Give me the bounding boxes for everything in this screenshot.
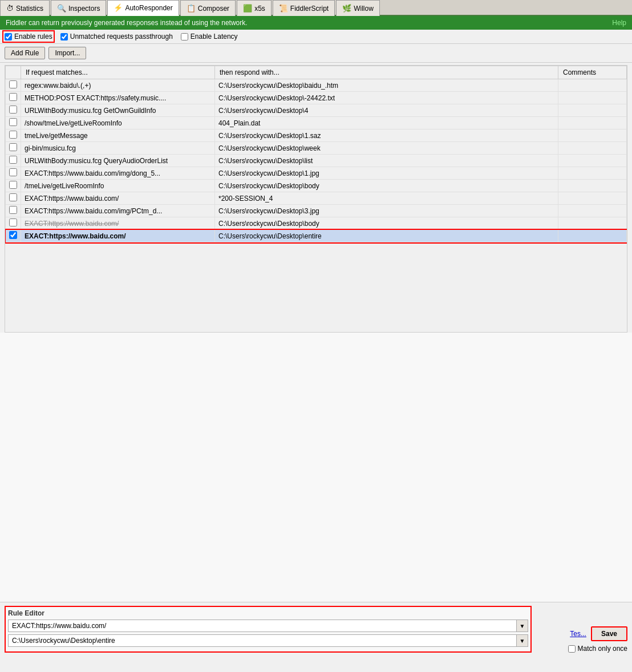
table-row[interactable]: EXACT:https://www.baidu.com/C:\Users\roc… bbox=[6, 217, 627, 230]
test-link[interactable]: Tes... bbox=[570, 630, 586, 638]
table-row[interactable]: /tmeLive/getLiveRoomInfoC:\Users\rockycw… bbox=[6, 180, 627, 192]
row-checkbox[interactable] bbox=[9, 181, 17, 189]
table-row[interactable]: gi-bin/musicu.fcgC:\Users\rockycwu\Deskt… bbox=[6, 142, 627, 155]
autoresponder-icon: ⚡ bbox=[114, 3, 123, 12]
table-row[interactable]: EXACT:https://www.baidu.com/img/PCtm_d..… bbox=[6, 205, 627, 217]
table-row[interactable]: regex:www.baidu\.(,+)C:\Users\rockycwu\D… bbox=[6, 79, 627, 92]
comments-cell bbox=[558, 92, 627, 104]
tab-willow[interactable]: 🌿 Willow bbox=[336, 0, 380, 16]
row-checkbox[interactable] bbox=[9, 156, 17, 164]
editor-and-actions: Rule Editor ▼ ▼ Tes... Save Matc bbox=[0, 602, 632, 656]
row-checkbox[interactable] bbox=[9, 218, 17, 226]
enable-rules-checkbox[interactable] bbox=[5, 33, 12, 41]
match-cell: tmeLive/getMessage bbox=[21, 129, 215, 142]
willow-icon: 🌿 bbox=[342, 4, 351, 13]
col-respond-header: then respond with... bbox=[215, 66, 558, 79]
row-checkbox[interactable] bbox=[9, 131, 17, 139]
respond-cell: C:\Users\rockycwu\Desktop\1.jpg bbox=[215, 167, 558, 180]
tab-fiddlerscript[interactable]: 📜 FiddlerScript bbox=[273, 0, 335, 16]
comments-cell bbox=[558, 129, 627, 142]
table-row[interactable]: /show/tmeLive/getLiveRoomInfo404_Plain.d… bbox=[6, 117, 627, 129]
tab-statistics[interactable]: ⏱ Statistics bbox=[0, 0, 50, 16]
respond-cell: C:\Users\rockycwu\Desktop\baidu_.htm bbox=[215, 79, 558, 92]
row-checkbox[interactable] bbox=[9, 93, 17, 101]
respond-dropdown-arrow[interactable]: ▼ bbox=[517, 634, 528, 647]
match-once-text: Match only once bbox=[578, 645, 627, 653]
match-row: ▼ bbox=[8, 620, 528, 632]
match-cell: EXACT:https://www.baidu.com/ bbox=[21, 192, 215, 205]
enable-latency-text: Enable Latency bbox=[191, 33, 238, 41]
spacer-area bbox=[0, 333, 632, 602]
enable-rules-text: Enable rules bbox=[14, 33, 52, 41]
enable-latency-label[interactable]: Enable Latency bbox=[181, 33, 238, 41]
comments-cell bbox=[558, 79, 627, 92]
row-checkbox[interactable] bbox=[9, 206, 17, 214]
tab-inspectors[interactable]: 🔍 Inspectors bbox=[51, 0, 106, 16]
match-once-label[interactable]: Match only once bbox=[536, 645, 627, 653]
rule-editor-title: Rule Editor bbox=[8, 609, 528, 617]
respond-cell: C:\Users\rockycwu\Desktop\4 bbox=[215, 104, 558, 117]
row-checkbox[interactable] bbox=[9, 118, 17, 126]
col-comments-header: Comments bbox=[558, 66, 627, 79]
button-row: Add Rule Import... bbox=[0, 44, 632, 63]
composer-icon: 📋 bbox=[187, 4, 196, 13]
col-match-header: If request matches... bbox=[21, 66, 215, 79]
table-row[interactable]: tmeLive/getMessageC:\Users\rockycwu\Desk… bbox=[6, 129, 627, 142]
add-rule-button[interactable]: Add Rule bbox=[5, 47, 45, 59]
tab-autoresponder[interactable]: ⚡ AutoResponder bbox=[107, 0, 179, 16]
test-save-row: Tes... Save bbox=[536, 626, 627, 641]
unmatched-passthrough-text: Unmatched requests passthrough bbox=[70, 33, 173, 41]
comments-cell bbox=[558, 217, 627, 230]
match-cell: regex:www.baidu\.(,+) bbox=[21, 79, 215, 92]
unmatched-passthrough-label[interactable]: Unmatched requests passthrough bbox=[60, 33, 173, 41]
comments-cell bbox=[558, 180, 627, 192]
match-cell: EXACT:https://www.baidu.com/ bbox=[21, 217, 215, 230]
table-row[interactable]: EXACT:https://www.baidu.com/img/dong_5..… bbox=[6, 167, 627, 180]
help-link[interactable]: Help bbox=[612, 19, 626, 27]
match-once-checkbox[interactable] bbox=[568, 645, 576, 653]
match-cell: URLWithBody:musicu.fcg GetOwnGuildInfo bbox=[21, 104, 215, 117]
respond-input[interactable] bbox=[8, 634, 517, 647]
unmatched-passthrough-checkbox[interactable] bbox=[60, 33, 68, 41]
comments-cell bbox=[558, 142, 627, 155]
table-row[interactable]: EXACT:https://www.baidu.com/*200-SESSION… bbox=[6, 192, 627, 205]
tab-bar: ⏱ Statistics 🔍 Inspectors ⚡ AutoResponde… bbox=[0, 0, 632, 16]
row-checkbox[interactable] bbox=[9, 143, 17, 151]
statistics-icon: ⏱ bbox=[6, 4, 14, 13]
comments-cell bbox=[558, 230, 627, 242]
table-row[interactable]: METHOD:POST EXACT:https://safety.music..… bbox=[6, 92, 627, 104]
respond-cell: C:\Users\rockycwu\Desktop\week bbox=[215, 142, 558, 155]
row-checkbox[interactable] bbox=[9, 193, 17, 201]
info-banner-text: Fiddler can return previously generated … bbox=[6, 19, 248, 27]
inspectors-icon: 🔍 bbox=[57, 4, 66, 13]
match-dropdown-arrow[interactable]: ▼ bbox=[517, 620, 528, 632]
match-cell: EXACT:https://www.baidu.com/img/PCtm_d..… bbox=[21, 205, 215, 217]
comments-cell bbox=[558, 155, 627, 167]
table-row[interactable]: URLWithBody:musicu.fcg QueryAudioOrderLi… bbox=[6, 155, 627, 167]
tab-composer[interactable]: 📋 Composer bbox=[180, 0, 236, 16]
row-checkbox[interactable] bbox=[9, 106, 17, 114]
row-checkbox[interactable] bbox=[9, 231, 17, 239]
row-checkbox[interactable] bbox=[9, 80, 17, 88]
respond-cell: C:\Users\rockycwu\Desktop\entire bbox=[215, 230, 558, 242]
respond-row: ▼ bbox=[8, 634, 528, 647]
enable-rules-label[interactable]: Enable rules bbox=[5, 33, 52, 41]
rule-editor: Rule Editor ▼ ▼ bbox=[5, 606, 532, 653]
fiddlerscript-icon: 📜 bbox=[279, 4, 288, 13]
table-row[interactable]: URLWithBody:musicu.fcg GetOwnGuildInfoC:… bbox=[6, 104, 627, 117]
import-button[interactable]: Import... bbox=[48, 47, 86, 59]
row-checkbox[interactable] bbox=[9, 168, 17, 176]
match-cell: URLWithBody:musicu.fcg QueryAudioOrderLi… bbox=[21, 155, 215, 167]
respond-cell: C:\Users\rockycwu\Desktop\3.jpg bbox=[215, 205, 558, 217]
respond-cell: 404_Plain.dat bbox=[215, 117, 558, 129]
table-row[interactable]: EXACT:https://www.baidu.com/C:\Users\roc… bbox=[6, 230, 627, 242]
enable-latency-checkbox[interactable] bbox=[181, 33, 188, 41]
info-banner: Fiddler can return previously generated … bbox=[0, 16, 632, 30]
match-cell: EXACT:https://www.baidu.com/ bbox=[21, 230, 215, 242]
tab-x5s[interactable]: 🟩 x5s bbox=[237, 0, 272, 16]
comments-cell bbox=[558, 205, 627, 217]
comments-cell bbox=[558, 104, 627, 117]
match-input[interactable] bbox=[8, 620, 517, 632]
comments-cell bbox=[558, 117, 627, 129]
save-button[interactable]: Save bbox=[591, 626, 627, 641]
